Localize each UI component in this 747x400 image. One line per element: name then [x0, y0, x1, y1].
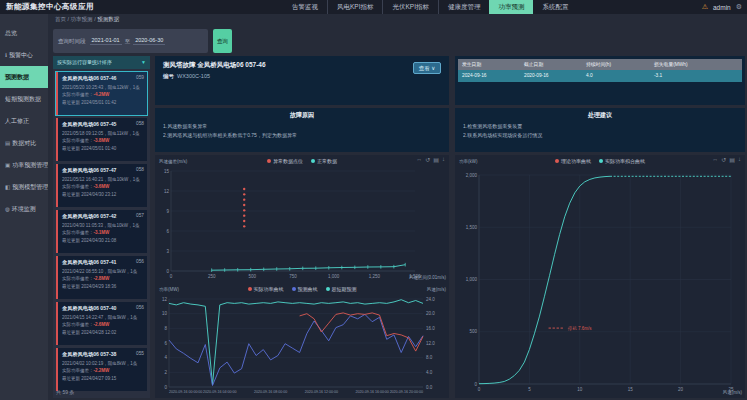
svg-text:0: 0 — [478, 387, 481, 392]
svg-text:9: 9 — [166, 209, 169, 214]
svg-text:0: 0 — [170, 274, 173, 279]
svg-text:10: 10 — [577, 387, 583, 392]
alarm-count-badge: 055 — [136, 351, 144, 358]
sidebar-item-warning-center[interactable]: ℹ预警中心 — [0, 44, 48, 66]
svg-text:2,000: 2,000 — [466, 173, 478, 178]
filter-funnel-icon[interactable]: ▼ — [141, 56, 146, 69]
power-curve-panel: 功率(kW) 理论功率曲线 实际功率拟合曲线 ↔ ↺ ▤ ↓ 2,0001,50… — [455, 155, 745, 398]
sidebar-item-manual-correct[interactable]: 人工修正 — [0, 110, 48, 132]
svg-text:500: 500 — [249, 274, 257, 279]
fault-title: 测风塔故障 金凤桥风电场06 057-46 — [163, 61, 441, 70]
list-pagination[interactable]: 共 59 条 — [56, 389, 74, 395]
alarm-count-badge: 058 — [136, 167, 144, 174]
svg-text:20.0: 20.0 — [426, 311, 435, 316]
header-right: ⚠ admin ⚙ — [702, 0, 742, 14]
alarm-list-item[interactable]: 金凤桥风电场06 057-45058 2021/05/18 09:12:05，限… — [56, 118, 147, 161]
alarm-count-badge: 057 — [136, 213, 144, 220]
fault-detail-panel: 测风塔故障 金凤桥风电场06 057-46 编号WX300C-105 查看 ∨ — [155, 56, 449, 105]
sidebar-item-model-mgmt[interactable]: ◧预测模型管理 — [0, 176, 48, 198]
alarm-count-badge: 059 — [136, 75, 144, 82]
svg-text:20: 20 — [678, 387, 684, 392]
svg-text:3: 3 — [166, 249, 169, 254]
power-timeseries-chart: 12108642024.020.016.012.08.04.00.02020-0… — [155, 283, 449, 398]
nav-health-mgmt[interactable]: 健康度管理 — [438, 0, 490, 14]
suggestion-panel: 处理建议 1.检查测风塔数据采集装置 2.联系风电场核实现场设备运行情况 — [455, 108, 745, 152]
sidebar-item-forecast-data[interactable]: 预测数据 — [0, 66, 48, 88]
svg-text:2020-09-16 08:00:00: 2020-09-16 08:00:00 — [254, 390, 287, 394]
svg-text:15: 15 — [628, 387, 634, 392]
svg-text:8: 8 — [164, 326, 167, 331]
query-button[interactable]: 查询 — [213, 29, 232, 53]
alarm-list-item[interactable]: 金凤桥风电场06 057-42057 2021/04/30 11:05:33，限… — [56, 210, 147, 253]
top-header: 新能源集控中心高级应用 告警监视 风电KPI指标 光伏KPI指标 健康度管理 功… — [0, 0, 747, 14]
device-code: WX300C-105 — [177, 73, 210, 79]
svg-text:500: 500 — [469, 329, 477, 334]
app-title: 新能源集控中心高级应用 — [6, 2, 94, 12]
svg-text:250: 250 — [208, 274, 216, 279]
end-date-input[interactable]: 2020-06-30 — [133, 37, 165, 45]
power-curve-chart: 2,0001,5001,00050000510152025停机 7.6m/s — [455, 155, 745, 398]
sidebar-item-shortterm-data[interactable]: 短期预测数据 — [0, 88, 48, 110]
svg-text:16.0: 16.0 — [426, 326, 435, 331]
nav-system-config[interactable]: 系统配置 — [533, 0, 577, 14]
cause-title: 故障原因 — [163, 111, 441, 120]
svg-text:0: 0 — [164, 385, 167, 390]
date-range-label: 查询时间段 — [58, 38, 86, 45]
svg-text:5: 5 — [528, 387, 531, 392]
crumb-module[interactable]: 功率预测 — [71, 16, 93, 22]
alarm-list-item[interactable]: 金凤桥风电场06 057-46059 2021/05/20 10:25:43，限… — [56, 72, 147, 115]
svg-text:0.0: 0.0 — [426, 385, 433, 390]
svg-text:15: 15 — [164, 169, 170, 174]
breadcrumb: 首页 / 功率预测 / 预测数据 — [55, 16, 119, 23]
alarm-count-badge: 056 — [136, 305, 144, 312]
fault-cause-panel: 故障原因 1.风速数据采集异常 2.测风塔风速与机组功率相关系数低于0.75，判… — [155, 108, 449, 152]
svg-text:1,000: 1,000 — [466, 277, 478, 282]
alarm-count-badge: 058 — [136, 121, 144, 128]
power-timeseries-panel: 功率(MW) 风速(m/s) 实际功率曲线 预测曲线 超短期预测 1210864… — [155, 283, 449, 398]
svg-text:4: 4 — [164, 355, 167, 360]
panel-icon: ▣ — [5, 162, 10, 168]
svg-text:2020-09-16 00:00:00: 2020-09-16 00:00:00 — [169, 390, 202, 394]
svg-text:24.0: 24.0 — [426, 297, 435, 302]
chartA-x-label: 风速区间(0.01m/s) — [409, 275, 446, 280]
svg-text:2020-09-16 16:00:00: 2020-09-16 16:00:00 — [356, 390, 389, 394]
alarm-list-item[interactable]: 金凤桥风电场06 057-47058 2021/05/12 16:40:21，限… — [56, 164, 147, 207]
alarm-list-item[interactable]: 金凤桥风电场06 057-41056 2021/04/22 08:55:10，限… — [56, 256, 147, 299]
gear-icon[interactable]: ⚙ — [736, 3, 742, 11]
svg-text:4.0: 4.0 — [426, 370, 433, 375]
svg-text:8.0: 8.0 — [426, 355, 433, 360]
crumb-home[interactable]: 首页 — [55, 16, 66, 22]
svg-text:2: 2 — [164, 370, 167, 375]
alarm-list-item[interactable]: 金凤桥风电场06 057-38055 2021/04/02 10:02:19，限… — [56, 348, 147, 391]
svg-text:2020-09-16 20:00:00: 2020-09-16 20:00:00 — [390, 390, 423, 394]
alarm-list-item[interactable]: 金凤桥风电场06 057-40056 2021/04/15 14:22:47，限… — [56, 302, 147, 345]
sidebar-item-env-monitor[interactable]: ◍环境监测 — [0, 198, 48, 220]
nav-power-forecast[interactable]: 功率预测 — [489, 0, 533, 14]
svg-text:6: 6 — [164, 341, 167, 346]
start-date-input[interactable]: 2021-01-01 — [90, 37, 122, 45]
suggestion-title: 处理建议 — [463, 111, 737, 120]
info-icon: ℹ — [5, 52, 7, 58]
svg-text:2020-09-16 12:00:00: 2020-09-16 12:00:00 — [305, 390, 338, 394]
svg-text:1,000: 1,000 — [328, 274, 340, 279]
sidebar-item-data-compare[interactable]: ▤数据对比 — [0, 132, 48, 154]
view-dropdown-button[interactable]: 查看 ∨ — [413, 62, 441, 74]
chartC-x-label: 风速(m/s) — [723, 390, 742, 395]
event-table-panel: 发生日期 截止日期 持续时间(h) 损失电量(MWh) 2024-09-16 2… — [455, 56, 745, 105]
alarm-list-header: 按实际运行容量统计排序 ▼ — [53, 56, 150, 69]
date-range-picker[interactable]: 查询时间段 2021-01-01 至 2020-06-30 — [53, 29, 208, 53]
globe-icon: ◍ — [5, 206, 10, 212]
sidebar: 总览 ℹ预警中心 预测数据 短期预测数据 人工修正 ▤数据对比 ▣功率预测管理 … — [0, 14, 48, 400]
sidebar-item-forecast-mgmt[interactable]: ▣功率预测管理 — [0, 154, 48, 176]
nav-alarm-monitor[interactable]: 告警监视 — [283, 0, 327, 14]
table-header-row: 发生日期 截止日期 持续时间(h) 损失电量(MWh) — [458, 59, 742, 70]
sidebar-item-overview[interactable]: 总览 — [0, 22, 48, 44]
layers-icon: ◧ — [5, 184, 10, 190]
nav-wind-kpi[interactable]: 风电KPI指标 — [327, 0, 382, 14]
table-icon: ▤ — [5, 140, 10, 146]
table-row[interactable]: 2024-09-16 2020-09-16 4.0 -3.1 — [458, 70, 742, 82]
deviation-chart-panel: 风速偏差(m/s) 异常数据点位 正常数据 ↔ ↺ ▤ ↓ 1512963002… — [155, 155, 449, 283]
user-name[interactable]: admin — [713, 4, 731, 11]
warning-icon[interactable]: ⚠ — [702, 3, 708, 11]
nav-pv-kpi[interactable]: 光伏KPI指标 — [382, 0, 437, 14]
